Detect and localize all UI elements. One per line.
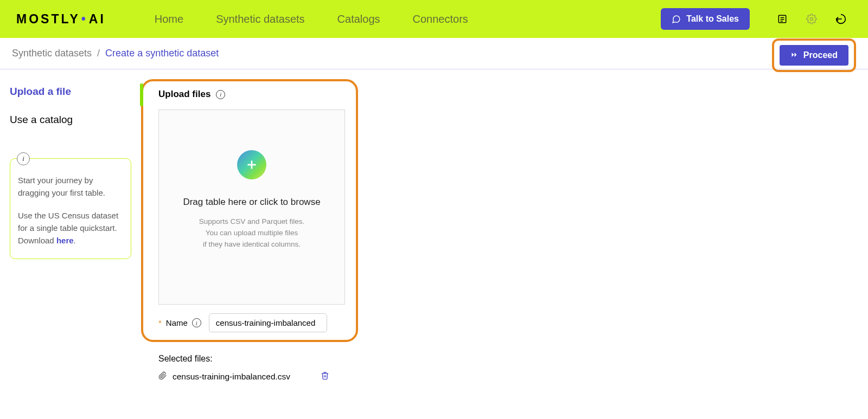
selected-files-section: Selected files: census-training-imbalanc…: [158, 354, 358, 382]
upload-files-title: Upload files: [158, 89, 210, 100]
info-box: i Start your journey by dragging your fi…: [10, 158, 131, 259]
selected-file-name: census-training-imbalanced.csv: [173, 372, 290, 382]
sidebar-upload-file[interactable]: Upload a file: [10, 86, 131, 98]
subheader: Synthetic datasets / Create a synthetic …: [0, 38, 868, 69]
settings-icon[interactable]: [806, 14, 817, 24]
info-paragraph-2: Use the US Census dataset for a single t…: [18, 209, 121, 247]
attachment-icon: [158, 371, 167, 382]
logo-text-1: MOSTLY: [16, 12, 80, 27]
sidebar-use-catalog[interactable]: Use a catalog: [10, 114, 131, 126]
breadcrumb-level-1[interactable]: Synthetic datasets: [12, 48, 92, 59]
proceed-label: Proceed: [803, 50, 838, 60]
main-content: Upload a file Use a catalog i Start your…: [0, 69, 868, 382]
breadcrumb-separator: /: [97, 48, 100, 59]
left-sidebar: Upload a file Use a catalog i Start your…: [0, 69, 141, 382]
jobs-icon[interactable]: [777, 14, 788, 24]
active-indicator-bar: [140, 83, 143, 106]
logo[interactable]: MOSTLY•AI: [16, 12, 106, 27]
required-star: *: [158, 318, 162, 327]
download-here-link[interactable]: here: [56, 236, 74, 245]
nav-catalogs[interactable]: Catalogs: [337, 13, 380, 25]
dataset-name-input[interactable]: [209, 313, 327, 332]
header-icon-group: [777, 14, 846, 24]
drop-zone-sub-text: Supports CSV and Parquet files. You can …: [199, 216, 304, 250]
delete-file-icon[interactable]: [321, 371, 329, 382]
proceed-button[interactable]: Proceed: [780, 45, 848, 66]
info-icon[interactable]: i: [216, 90, 225, 99]
logo-text-2: AI: [89, 12, 106, 27]
selected-files-title: Selected files:: [158, 354, 358, 364]
app-header: MOSTLY•AI Home Synthetic datasets Catalo…: [0, 0, 868, 38]
logout-icon[interactable]: [835, 14, 846, 24]
info-icon: i: [17, 152, 30, 165]
add-file-icon: [237, 150, 266, 179]
upload-title-row: Upload files i: [158, 89, 345, 100]
proceed-highlight: Proceed: [772, 38, 856, 72]
nav-home[interactable]: Home: [155, 13, 183, 25]
info-paragraph-1: Start your journey by dragging your firs…: [18, 174, 121, 199]
right-content: Upload files i Drag table here or click …: [141, 69, 358, 382]
fast-forward-icon: [790, 50, 798, 60]
upload-panel-highlight: Upload files i Drag table here or click …: [141, 79, 358, 342]
file-drop-zone[interactable]: Drag table here or click to browse Suppo…: [158, 109, 345, 305]
talk-to-sales-button[interactable]: Talk to Sales: [661, 8, 750, 30]
info-text-2b: .: [74, 236, 76, 245]
logo-dot: •: [81, 12, 88, 27]
name-label: Name: [166, 318, 188, 327]
info-icon[interactable]: i: [192, 318, 201, 327]
svg-marker-6: [792, 53, 794, 57]
svg-marker-7: [794, 53, 796, 57]
main-nav: Home Synthetic datasets Catalogs Connect…: [155, 13, 468, 25]
chat-icon: [672, 15, 681, 24]
talk-to-sales-label: Talk to Sales: [686, 14, 739, 24]
svg-point-4: [810, 18, 813, 21]
selected-file-row: census-training-imbalanced.csv: [158, 371, 358, 382]
breadcrumb: Synthetic datasets / Create a synthetic …: [12, 48, 219, 59]
breadcrumb-level-2: Create a synthetic dataset: [105, 48, 219, 59]
name-row: * Name i: [158, 313, 345, 332]
drop-zone-main-text: Drag table here or click to browse: [183, 197, 320, 208]
nav-synthetic-datasets[interactable]: Synthetic datasets: [216, 13, 304, 25]
nav-connectors[interactable]: Connectors: [413, 13, 468, 25]
